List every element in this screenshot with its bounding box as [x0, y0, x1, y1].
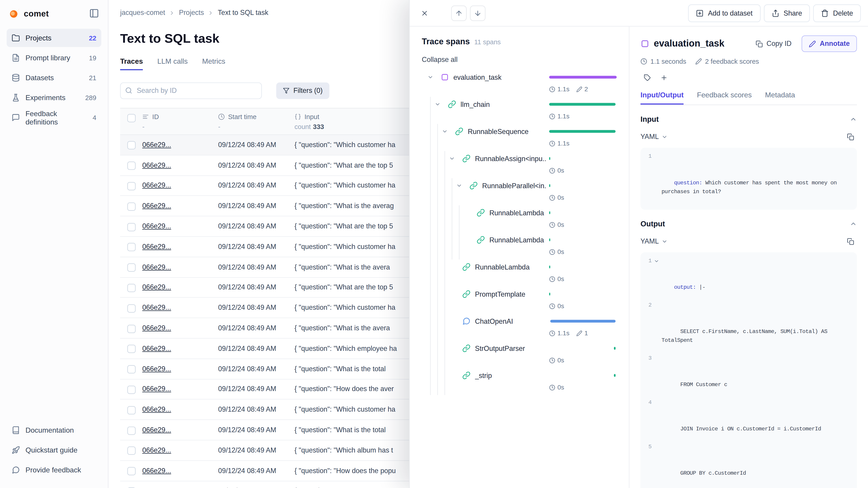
copy-output-button[interactable] [844, 234, 857, 248]
column-header-id[interactable]: ID - [142, 113, 218, 131]
row-checkbox[interactable] [127, 182, 135, 191]
trace-id-link[interactable]: 066e29... [142, 304, 171, 312]
span-row-evaluation-task[interactable]: evaluation_task 1.1s 2 [422, 70, 617, 97]
chevron-up-icon[interactable] [850, 116, 857, 123]
column-header-start-time[interactable]: Start time - [218, 113, 294, 131]
copy-id-button[interactable]: Copy ID [750, 35, 797, 52]
row-checkbox[interactable] [127, 202, 135, 211]
sidebar-item-experiments[interactable]: Experiments 289 [6, 89, 101, 107]
span-row-runnableparallel-in[interactable]: RunnableParallel<in... 0s [422, 178, 617, 205]
row-checkbox[interactable] [127, 447, 135, 455]
span-feedback-count: 2 [576, 86, 588, 92]
trace-id-link[interactable]: 066e29... [142, 385, 171, 393]
detail-tab-input-output[interactable]: Input/Output [640, 91, 684, 105]
row-checkbox[interactable] [127, 406, 135, 414]
trace-id-link[interactable]: 066e29... [142, 243, 171, 251]
delete-button[interactable]: Delete [813, 4, 861, 22]
trace-id-link[interactable]: 066e29... [142, 426, 171, 434]
span-row-chatopenai[interactable]: ChatOpenAI 1.1s 1 [422, 314, 617, 341]
span-row-runnablelambda[interactable]: RunnableLambda 0s [422, 260, 617, 287]
chevron-down-icon[interactable] [442, 128, 448, 134]
chevron-down-icon[interactable] [449, 156, 455, 162]
output-section-title: Output [640, 220, 665, 228]
add-to-dataset-button[interactable]: Add to dataset [688, 4, 761, 22]
trace-id-link[interactable]: 066e29... [142, 447, 171, 454]
span-row-runnablesequence[interactable]: RunnableSequence 1.1s [422, 124, 617, 151]
trace-id-link[interactable]: 066e29... [142, 182, 171, 189]
row-checkbox[interactable] [127, 324, 135, 333]
input-format-select[interactable]: YAML [640, 133, 668, 140]
span-row-strip[interactable]: _strip 0s [422, 368, 617, 395]
next-trace-button[interactable] [470, 5, 486, 21]
trace-id-link[interactable]: 066e29... [142, 284, 171, 291]
trace-id-link[interactable]: 066e29... [142, 406, 171, 414]
copy-input-button[interactable] [844, 130, 857, 143]
span-row-llm-chain[interactable]: llm_chain 1.1s [422, 97, 617, 124]
row-checkbox[interactable] [127, 304, 135, 313]
annotate-button[interactable]: Annotate [802, 35, 857, 52]
trace-id-link[interactable]: 066e29... [142, 202, 171, 210]
sidebar-item-documentation[interactable]: Documentation [6, 421, 101, 440]
sidebar-item-prompt-library[interactable]: Prompt library 19 [6, 49, 101, 67]
row-checkbox[interactable] [127, 263, 135, 272]
trace-id-link[interactable]: 066e29... [142, 345, 171, 352]
row-checkbox[interactable] [127, 243, 135, 252]
row-checkbox[interactable] [127, 345, 135, 353]
breadcrumb-item-projects[interactable]: Projects [179, 9, 204, 17]
trace-id-link[interactable]: 066e29... [142, 263, 171, 271]
trace-id-link[interactable]: 066e29... [142, 223, 171, 230]
span-row-prompttemplate[interactable]: PromptTemplate 0s [422, 287, 617, 314]
tab-traces[interactable]: Traces [120, 57, 143, 70]
trace-detail-overlay: Add to dataset Share Delete Trace spans … [409, 0, 868, 488]
comet-logo[interactable]: comet [9, 8, 49, 19]
trace-id-link[interactable]: 066e29... [142, 141, 171, 149]
clock-icon [640, 58, 647, 65]
link-icon [448, 100, 456, 108]
sidebar-item-provide-feedback[interactable]: Provide feedback [6, 461, 101, 479]
search-input[interactable] [120, 83, 262, 99]
trace-id-link[interactable]: 066e29... [142, 487, 171, 488]
sidebar-toggle-button[interactable] [89, 8, 99, 18]
trace-id-link[interactable]: 066e29... [142, 324, 171, 332]
close-button[interactable] [417, 5, 432, 21]
chevron-down-icon[interactable] [434, 101, 440, 107]
chevron-down-icon[interactable] [428, 74, 434, 80]
detail-tab-metadata[interactable]: Metadata [765, 91, 795, 105]
previous-trace-button[interactable] [451, 5, 467, 21]
tags-button[interactable] [640, 71, 654, 84]
trace-id-link[interactable]: 066e29... [142, 161, 171, 169]
breadcrumb-item-jacques-comet[interactable]: jacques-comet [120, 9, 165, 17]
filters-button[interactable]: Filters (0) [276, 83, 329, 99]
sidebar-item-projects[interactable]: Projects 22 [6, 29, 101, 47]
chevron-down-icon[interactable] [456, 183, 462, 189]
row-checkbox[interactable] [127, 467, 135, 475]
chevron-up-icon[interactable] [850, 220, 857, 228]
add-tag-button[interactable] [657, 71, 671, 84]
tab-llm-calls[interactable]: LLM calls [157, 57, 188, 70]
fold-toggle-icon[interactable] [654, 258, 659, 264]
tab-metrics[interactable]: Metrics [202, 57, 225, 70]
row-checkbox[interactable] [127, 141, 135, 150]
sidebar-item-datasets[interactable]: Datasets 21 [6, 69, 101, 87]
row-checkbox[interactable] [127, 284, 135, 292]
output-format-select[interactable]: YAML [640, 237, 668, 245]
sidebar-item-feedback-definitions[interactable]: Feedback definitions 4 [6, 108, 101, 127]
trace-id-link[interactable]: 066e29... [142, 467, 171, 475]
detail-tab-feedback-scores[interactable]: Feedback scores [697, 91, 752, 105]
row-checkbox[interactable] [127, 426, 135, 435]
link-icon [462, 344, 471, 352]
share-button[interactable]: Share [764, 4, 810, 22]
span-duration-label: 1.1s [557, 86, 569, 92]
span-row-runnablelambda[interactable]: RunnableLambda 0s [422, 232, 617, 260]
row-checkbox[interactable] [127, 386, 135, 394]
row-checkbox[interactable] [127, 365, 135, 374]
span-row-runnablelambda[interactable]: RunnableLambda 0s [422, 205, 617, 232]
trace-id-link[interactable]: 066e29... [142, 365, 171, 372]
row-checkbox[interactable] [127, 162, 135, 170]
select-all-checkbox[interactable] [127, 114, 135, 122]
collapse-all-button[interactable]: Collapse all [422, 56, 458, 64]
span-row-runnableassign-inpu[interactable]: RunnableAssign<inpu... 0s [422, 151, 617, 178]
sidebar-item-quickstart-guide[interactable]: Quickstart guide [6, 441, 101, 459]
span-row-stroutputparser[interactable]: StrOutputParser 0s [422, 341, 617, 368]
row-checkbox[interactable] [127, 223, 135, 231]
